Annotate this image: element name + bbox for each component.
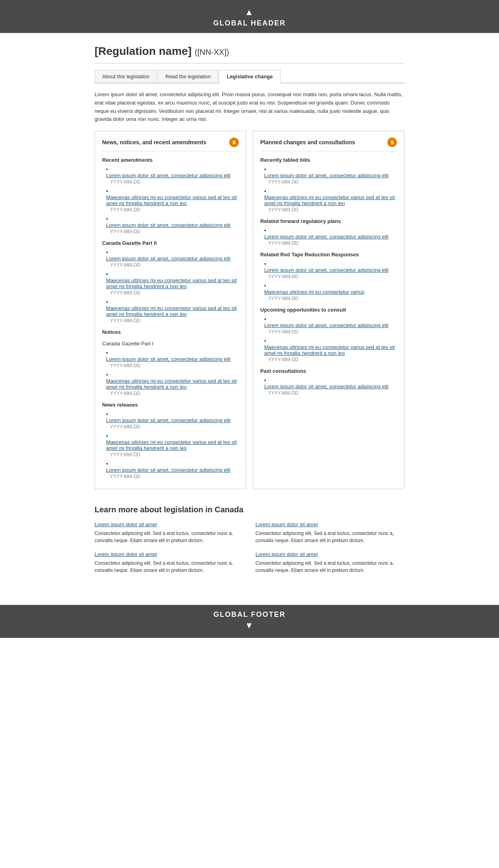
list-item: • Lorem ipsum dolor sit amet, consectetu…	[106, 411, 239, 430]
item-link[interactable]: Lorem ipsum dolor sit amet, consectetur …	[264, 267, 397, 273]
item-date: YYYY-MM-DD	[110, 474, 239, 479]
section-notices-heading: Notices	[102, 329, 239, 335]
item-date: YYYY-MM-DD	[268, 207, 397, 213]
item-link[interactable]: Lorem ipsum dolor sit amet, consectetur …	[264, 234, 397, 240]
item-link[interactable]: Maecenas ultricies mi eu consectetur var…	[106, 439, 239, 451]
item-date: YYYY-MM-DD	[110, 262, 239, 268]
bullet: •	[106, 166, 108, 172]
item-date: YYYY-MM-DD	[110, 318, 239, 324]
bullet: •	[106, 188, 108, 194]
list-item: • Maecenas ultricies mi eu consectetur v…	[106, 433, 239, 457]
list-item: • Lorem ipsum dolor sit amet, consectetu…	[264, 377, 397, 396]
section-gazette1-heading: Canada Gazette Part I	[102, 341, 239, 347]
learn-more-link[interactable]: Lorem ipsum dolor sit amet	[95, 551, 244, 557]
list-item: • Lorem ipsum dolor sit amet, consectetu…	[264, 316, 397, 335]
item-link[interactable]: Lorem ipsum dolor sit amet, consectetur …	[264, 172, 397, 178]
left-col-header: News, notices, and recent amendments 8	[102, 138, 239, 151]
learn-more-heading: Learn more about legislation in Canada	[95, 505, 404, 514]
item-link[interactable]: Maecenas ultricies mi eu consectetur var…	[106, 194, 239, 206]
bullet: •	[264, 338, 266, 344]
list-item: • Lorem ipsum dolor sit amet, consectetu…	[106, 350, 239, 368]
learn-more-section: Learn more about legislation in Canada L…	[95, 501, 404, 581]
tab-about[interactable]: About this legislation	[95, 70, 157, 83]
item-date: YYYY-MM-DD	[268, 179, 397, 185]
right-col-badge: 9	[387, 138, 397, 147]
bullet: •	[106, 433, 108, 439]
item-link[interactable]: Maecenas ultricies mi eu consectetur var…	[264, 194, 397, 206]
bullet: •	[264, 283, 266, 289]
learn-more-col-1: Lorem ipsum dolor sit amet Consectetur a…	[95, 521, 244, 581]
item-link[interactable]: Maecenas ultricies mi eu consectetur var…	[264, 344, 397, 356]
learn-more-link[interactable]: Lorem ipsum dolor sit amet	[255, 551, 404, 557]
regulation-name: [Regulation name]	[95, 45, 191, 57]
learn-more-desc: Consectetur adipiscing elit. Sed a erat …	[95, 530, 244, 544]
left-col-title: News, notices, and recent amendments	[102, 139, 226, 145]
bullet: •	[264, 166, 266, 172]
bullet: •	[106, 216, 108, 222]
item-link[interactable]: Lorem ipsum dolor sit amet, consectetur …	[106, 417, 239, 423]
tab-bar: About this legislation Read the legislat…	[95, 70, 404, 83]
learn-more-desc: Consectetur adipiscing elit. Sed a erat …	[255, 560, 404, 574]
item-date: YYYY-MM-DD	[268, 240, 397, 246]
bullet: •	[106, 299, 108, 305]
list-item: • Maecenas ultricies mi eu consectetur v…	[106, 271, 239, 296]
arrow-down-icon: ▼	[0, 620, 499, 631]
item-date: YYYY-MM-DD	[110, 363, 239, 368]
item-date: YYYY-MM-DD	[110, 452, 239, 457]
section-red-tape-heading: Related Red Tape Reduction Responses	[260, 252, 397, 258]
global-footer: GLOBAL FOOTER ▼	[0, 605, 499, 638]
right-col-header: Planned changes and consultations 9	[260, 138, 397, 151]
item-link[interactable]: Lorem ipsum dolor sit amet, consectetur …	[106, 222, 239, 228]
section-forward-plans-heading: Related forward regulatory plans	[260, 218, 397, 224]
arrow-up-icon: ▲	[0, 7, 499, 17]
item-link[interactable]: Maecenas ultricies mi eu consectetur var…	[106, 378, 239, 390]
tab-read[interactable]: Read the legislation	[158, 70, 218, 83]
bullet: •	[264, 316, 266, 322]
item-link[interactable]: Lorem ipsum dolor sit amet, consectetur …	[106, 172, 239, 178]
left-column: News, notices, and recent amendments 8 R…	[95, 131, 246, 489]
list-item: • Lorem ipsum dolor sit amet, consectetu…	[106, 166, 239, 185]
item-link[interactable]: Lorem ipsum dolor sit amet, consectetur …	[264, 384, 397, 389]
main-content: [Regulation name] ([NN-XX]) About this l…	[87, 33, 412, 589]
two-column-layout: News, notices, and recent amendments 8 R…	[95, 131, 404, 489]
learn-more-link[interactable]: Lorem ipsum dolor sit amet	[95, 521, 244, 527]
list-item: • Lorem ipsum dolor sit amet, consectetu…	[106, 249, 239, 268]
item-date: YYYY-MM-DD	[268, 357, 397, 362]
item-date: YYYY-MM-DD	[268, 390, 397, 396]
bullet: •	[264, 227, 266, 234]
item-date: YYYY-MM-DD	[268, 274, 397, 279]
section-news-releases-heading: News releases	[102, 402, 239, 408]
item-link[interactable]: Maecenas ultricies mi eu consectetur var…	[106, 277, 239, 289]
item-date: YYYY-MM-DD	[268, 329, 397, 335]
section-gazette2-heading: Canada Gazette Part II	[102, 240, 239, 246]
intro-text: Lorem ipsum dolor sit amet, consectetur …	[95, 91, 404, 124]
item-link[interactable]: Maecenas ultricies mi eu consectetur var…	[106, 305, 239, 317]
list-item: • Maecenas ultricies mi eu consectetur v…	[264, 188, 397, 213]
list-item: • Lorem ipsum dolor sit amet, consectetu…	[264, 227, 397, 246]
item-date: YYYY-MM-DD	[110, 179, 239, 185]
learn-more-link[interactable]: Lorem ipsum dolor sit amet	[255, 521, 404, 527]
list-item: • Maecenas ultricies mi eu consectetur v…	[264, 338, 397, 362]
bullet: •	[106, 350, 108, 356]
learn-more-desc: Consectetur adipiscing elit. Sed a erat …	[255, 530, 404, 544]
right-col-title: Planned changes and consultations	[260, 139, 384, 145]
right-column: Planned changes and consultations 9 Rece…	[253, 131, 404, 489]
bullet: •	[264, 261, 266, 267]
item-link[interactable]: Lorem ipsum dolor sit amet, consectetur …	[106, 467, 239, 473]
item-link[interactable]: Lorem ipsum dolor sit amet, consectetur …	[106, 356, 239, 362]
bullet: •	[264, 188, 266, 194]
item-date: YYYY-MM-DD	[110, 290, 239, 296]
item-link[interactable]: Maecenas ultricies mi eu consectetur var…	[264, 289, 397, 295]
footer-label: GLOBAL FOOTER	[213, 610, 286, 618]
item-link[interactable]: Lorem ipsum dolor sit amet, consectetur …	[264, 322, 397, 328]
bullet: •	[106, 271, 108, 277]
learn-more-desc: Consectetur adipiscing elit. Sed a erat …	[95, 560, 244, 574]
section-past-consult-heading: Past consultations	[260, 368, 397, 374]
regulation-code: ([NN-XX])	[195, 48, 229, 56]
tab-change[interactable]: Legislative change	[219, 70, 280, 83]
list-item: • Maecenas ultricies mi eu consectetur v…	[106, 299, 239, 324]
list-item: • Maecenas ultricies mi eu consectetur v…	[106, 188, 239, 213]
learn-more-grid: Lorem ipsum dolor sit amet Consectetur a…	[95, 521, 404, 581]
item-link[interactable]: Lorem ipsum dolor sit amet, consectetur …	[106, 256, 239, 262]
list-item: • Lorem ipsum dolor sit amet, consectetu…	[264, 261, 397, 279]
